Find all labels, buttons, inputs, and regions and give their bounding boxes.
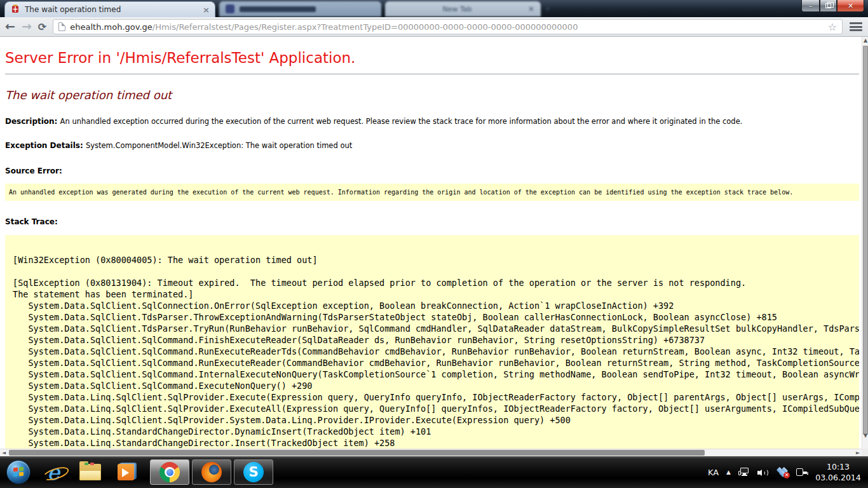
volume-icon[interactable] (757, 467, 769, 477)
background-window-tabs: New Tab × + (219, 1, 551, 17)
tray-expand-icon[interactable]: ▲ (726, 469, 731, 475)
clock-date: 03.06.2014 (815, 472, 862, 483)
error-page: Server Error in '/Hmis/ReferralsTest' Ap… (0, 37, 862, 449)
scrollbar-corner (862, 449, 868, 456)
stack-trace-label: Stack Trace: (5, 217, 859, 226)
background-tab-close-icon: × (528, 4, 534, 13)
page-subtitle: The wait operation timed out (5, 88, 859, 102)
chrome-taskbar-button[interactable] (150, 459, 189, 485)
chrome-menu-button[interactable] (849, 21, 863, 32)
internet-explorer-icon: e (47, 462, 60, 483)
skype-icon: S (243, 462, 264, 482)
source-error-box: An unhandled exception was generated dur… (5, 184, 859, 201)
background-tab-favicon-icon (226, 4, 234, 13)
page-icon (58, 22, 65, 31)
background-tab-title-blur (240, 6, 316, 12)
desktop-screen: The wait operation timed × New Tab × + –… (0, 0, 868, 488)
network-icon[interactable] (738, 467, 750, 477)
bookmark-star-icon[interactable]: ☆ (828, 21, 837, 33)
background-tab-title: New Tab (442, 5, 471, 13)
address-bar[interactable]: ehealth.moh.gov.ge/Hmis/Referralstest/Pa… (53, 19, 843, 34)
site-favicon-icon (10, 4, 20, 15)
windows-flag-icon (13, 468, 18, 472)
browser-titlebar: The wait operation timed × New Tab × + –… (0, 0, 868, 17)
language-indicator[interactable]: KA (708, 468, 719, 477)
browser-toolbar: ← → ⟳ ehealth.moh.gov.ge/Hmis/Referralst… (0, 17, 868, 37)
internet-explorer-button[interactable]: e (39, 459, 67, 485)
forward-icon: → (22, 19, 32, 33)
system-tray: KA ▲ ✕ 10:13 03.06.2014 (708, 461, 868, 483)
folder-icon (79, 464, 101, 480)
exception-details-text: System.ComponentModel.Win32Exception: Th… (86, 141, 352, 150)
background-tab-newtab[interactable]: New Tab × (385, 1, 541, 17)
vertical-scrollbar-thumb[interactable] (863, 46, 868, 435)
sync-error-icon[interactable]: ✕ (776, 467, 788, 477)
chrome-icon (159, 462, 180, 482)
url-path: /Hmis/Referralstest/Pages/Register.aspx?… (153, 22, 578, 32)
exception-details-label: Exception Details: (5, 141, 86, 150)
tab-close-icon[interactable]: × (203, 5, 210, 15)
taskbar: e S KA ▲ ✕ 10:13 03.06.2014 (0, 456, 868, 488)
close-button[interactable]: ✕ (837, 0, 864, 12)
divider (5, 74, 859, 74)
description-text: An unhandled exception occurred during t… (60, 117, 743, 126)
firefox-icon (201, 462, 222, 482)
forward-button[interactable]: → (22, 20, 32, 33)
background-tab[interactable] (219, 1, 381, 17)
start-button[interactable] (6, 460, 31, 484)
vertical-scrollbar[interactable]: ▲ ▼ (862, 37, 868, 449)
safely-remove-hardware-icon[interactable] (796, 467, 807, 477)
description-label: Description: (5, 117, 60, 126)
clock-time: 10:13 (815, 461, 862, 472)
firefox-taskbar-button[interactable] (192, 459, 231, 485)
active-tab[interactable]: The wait operation timed × (4, 1, 215, 17)
media-player-icon (118, 463, 137, 482)
stack-trace-box: [Win32Exception (0x80004005): The wait o… (5, 235, 859, 449)
back-icon: ← (5, 19, 15, 33)
restore-button[interactable] (820, 0, 837, 12)
scroll-up-icon[interactable]: ▲ (862, 37, 868, 44)
source-error-label: Source Error: (5, 166, 859, 175)
page-title: Server Error in '/Hmis/ReferralsTest' Ap… (5, 50, 859, 66)
back-button[interactable]: ← (5, 20, 15, 33)
horizontal-scrollbar[interactable]: ◄ ► (0, 449, 862, 456)
restore-icon (825, 3, 831, 8)
reload-icon: ⟳ (38, 21, 46, 33)
sync-error-badge-icon: ✕ (783, 472, 790, 478)
scroll-down-icon[interactable]: ▼ (862, 432, 868, 440)
media-player-button[interactable] (113, 459, 141, 485)
skype-taskbar-button[interactable]: S (234, 459, 273, 485)
taskbar-clock[interactable]: 10:13 03.06.2014 (815, 461, 862, 483)
tab-title: The wait operation timed (25, 5, 198, 14)
url-host: ehealth.moh.gov.ge (70, 22, 153, 32)
description-line: Description: An unhandled exception occu… (5, 117, 859, 126)
reload-button[interactable]: ⟳ (38, 21, 46, 33)
minimize-button[interactable]: – (801, 0, 820, 12)
windows-explorer-button[interactable] (76, 459, 104, 485)
exception-line: Exception Details: System.ComponentModel… (5, 141, 859, 150)
window-controls: – ✕ (801, 0, 864, 12)
horizontal-scrollbar-thumb[interactable] (9, 450, 705, 456)
url-text: ehealth.moh.gov.ge/Hmis/Referralstest/Pa… (70, 22, 823, 32)
new-tab-button-icon: + (545, 4, 551, 13)
